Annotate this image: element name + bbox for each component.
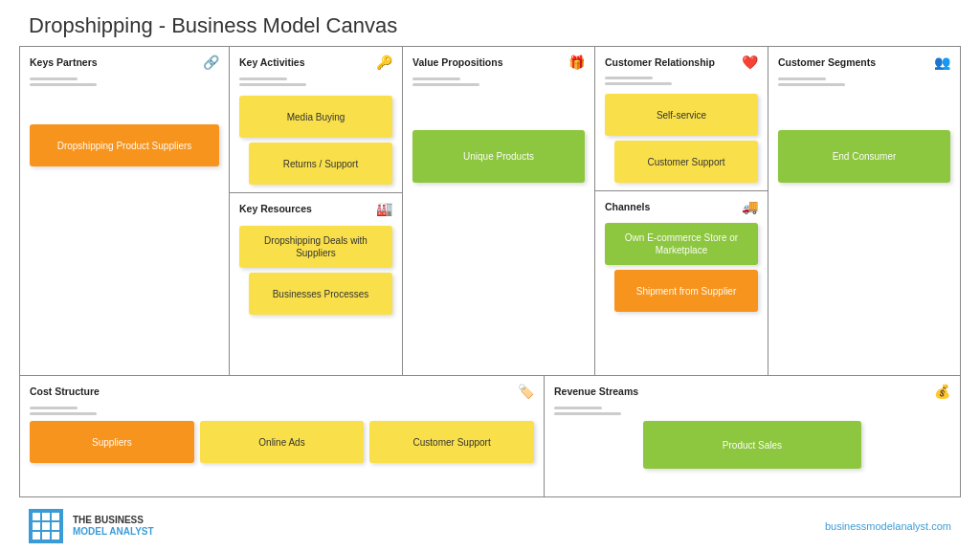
sticky-ecommerce-store: Own E-commerce Store or Marketplace	[605, 223, 758, 265]
sticky-cust-support-cr: Customer Support	[614, 141, 758, 183]
cust-seg-icon: 👥	[934, 55, 950, 70]
revenue-streams-icon: 💰	[934, 384, 950, 399]
cost-structure-title: Cost Structure 🏷️	[30, 384, 534, 399]
revenue-streams-cell: Revenue Streams 💰 Product Sales	[545, 376, 960, 496]
key-activities-title: Key Activities 🔑	[239, 55, 392, 70]
sticky-deals-suppliers: Dropshipping Deals with Suppliers	[239, 226, 392, 268]
cr-title: Customer Relationship ❤️	[605, 55, 758, 70]
sticky-end-consumer: End Consumer	[778, 130, 950, 183]
key-resources-title: Key Resources 🏭	[239, 201, 392, 216]
footer-url: businessmodelanalyst.com	[825, 520, 951, 532]
sticky-unique-products: Unique Products	[412, 130, 585, 183]
deco-line	[605, 82, 672, 85]
key-resources-cell: Key Resources 🏭 Dropshipping Deals with …	[230, 193, 402, 375]
cost-structure-icon: 🏷️	[518, 384, 534, 399]
deco-line	[30, 77, 78, 80]
key-resources-icon: 🏭	[376, 201, 392, 216]
sticky-dropshipping-suppliers: Dropshipping Product Suppliers	[30, 124, 219, 166]
brand-name: THE BUSINESS MODEL ANALYST	[73, 515, 154, 538]
deco-line	[30, 412, 97, 415]
cost-structure-cell: Cost Structure 🏷️ Suppliers Online Ads C…	[20, 376, 545, 496]
sticky-returns-support: Returns / Support	[249, 143, 392, 185]
cr-icon: ❤️	[742, 55, 758, 70]
customer-relationship-cell: Customer Relationship ❤️ Self-service Cu…	[595, 47, 768, 191]
key-partners-cell: Keys Partners 🔗 Dropshipping Product Sup…	[20, 47, 230, 375]
cr-channels-wrapper: Customer Relationship ❤️ Self-service Cu…	[595, 47, 768, 375]
value-prop-title: Value Propositions 🎁	[412, 55, 585, 70]
key-partners-icon: 🔗	[203, 55, 219, 70]
sticky-product-sales: Product Sales	[643, 421, 861, 469]
page-title: Dropshipping - Business Model Canvas	[0, 0, 980, 46]
deco-line	[412, 83, 479, 86]
value-prop-icon: 🎁	[568, 55, 585, 70]
deco-line	[239, 77, 287, 80]
channels-cell: Channels 🚚 Own E-commerce Store or Marke…	[595, 191, 768, 375]
key-activities-icon: 🔑	[376, 55, 392, 70]
sticky-cust-support-cost: Customer Support	[369, 421, 534, 463]
deco-line	[778, 77, 826, 80]
deco-line	[554, 407, 602, 409]
sticky-shipment-supplier: Shipment from Supplier	[614, 270, 758, 312]
deco-line	[778, 83, 845, 86]
channels-icon: 🚚	[742, 199, 758, 214]
deco-line	[30, 83, 97, 86]
channels-title: Channels 🚚	[605, 199, 758, 214]
deco-line	[554, 412, 621, 415]
customer-segments-cell: Customer Segments 👥 End Consumer	[768, 47, 960, 375]
sticky-suppliers-cost: Suppliers	[30, 421, 194, 463]
deco-line	[239, 83, 306, 86]
sticky-self-service: Self-service	[605, 94, 758, 136]
sticky-media-buying: Media Buying	[239, 96, 392, 138]
ka-kr-wrapper: Key Activities 🔑 Media Buying Returns / …	[230, 47, 403, 375]
deco-line	[412, 77, 460, 80]
logo-grid-icon	[29, 509, 63, 543]
sticky-biz-processes: Businesses Processes	[249, 273, 392, 315]
cust-seg-title: Customer Segments 👥	[778, 55, 950, 70]
brand-logo: THE BUSINESS MODEL ANALYST	[29, 509, 154, 543]
sticky-online-ads: Online Ads	[200, 421, 365, 463]
key-partners-title: Keys Partners 🔗	[30, 55, 219, 70]
deco-line	[605, 77, 653, 79]
footer: THE BUSINESS MODEL ANALYST businessmodel…	[0, 501, 980, 551]
key-activities-cell: Key Activities 🔑 Media Buying Returns / …	[230, 47, 402, 193]
value-propositions-cell: Value Propositions 🎁 Unique Products	[403, 47, 595, 375]
deco-line	[30, 407, 78, 409]
revenue-streams-title: Revenue Streams 💰	[554, 384, 950, 399]
